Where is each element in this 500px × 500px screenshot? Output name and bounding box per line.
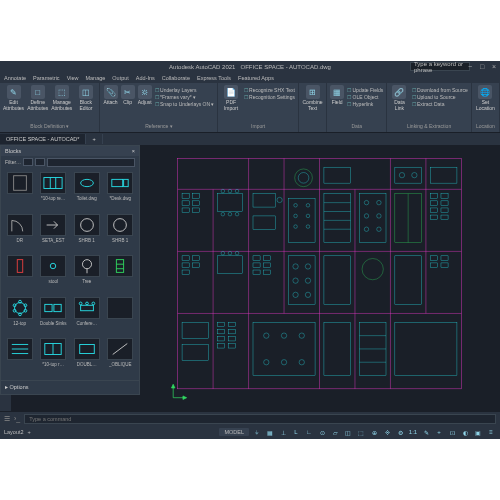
ribbon-option[interactable]: Extract Data: [412, 101, 468, 107]
statusbar-button[interactable]: L: [291, 427, 301, 437]
block-item[interactable]: *10-top r…: [39, 338, 69, 376]
statusbar-button[interactable]: ⊙: [317, 427, 327, 437]
ribbon-button[interactable]: ✂Clip: [121, 85, 135, 106]
layout-tab[interactable]: Layout2: [4, 429, 24, 435]
autocad-window: Autodesk AutoCAD 2021 OFFICE SPACE - AUT…: [0, 61, 500, 439]
history-icon[interactable]: ☰: [4, 415, 10, 423]
statusbar-button[interactable]: ⊥: [278, 427, 288, 437]
menu-item[interactable]: Parametric: [33, 75, 60, 81]
svg-rect-77: [264, 263, 271, 267]
statusbar-button[interactable]: ◫: [343, 427, 353, 437]
ribbon-option[interactable]: *Frames vary* ▾: [155, 94, 215, 100]
menu-item[interactable]: View: [67, 75, 79, 81]
command-input[interactable]: [24, 414, 496, 424]
model-tab[interactable]: MODEL: [219, 428, 249, 436]
ribbon-button[interactable]: 📎Attach: [103, 85, 117, 106]
close-icon[interactable]: ×: [490, 62, 498, 70]
drawing-canvas[interactable]: [150, 145, 489, 411]
ribbon-option[interactable]: Recognize SHX Text: [244, 87, 295, 93]
maximize-icon[interactable]: □: [478, 62, 486, 70]
ribbon-button[interactable]: 📄PDF Import: [221, 85, 240, 111]
block-item[interactable]: Double Sinks: [39, 297, 69, 335]
filter-button[interactable]: [23, 158, 33, 166]
adjust-icon: ⛭: [138, 85, 152, 99]
block-item[interactable]: *10-top re…: [39, 172, 69, 210]
block-item[interactable]: 12-top: [5, 297, 35, 335]
statusbar-button[interactable]: ⏚: [252, 427, 262, 437]
ribbon-button[interactable]: 🌐Set Location: [475, 85, 496, 111]
block-label: _OBLIQUE: [106, 362, 136, 367]
statusbar-button[interactable]: +: [434, 427, 444, 437]
menu-item[interactable]: Output: [112, 75, 129, 81]
block-item[interactable]: [5, 172, 35, 210]
statusbar-button[interactable]: ∟: [304, 427, 314, 437]
ribbon-button[interactable]: ◫Block Editor: [75, 85, 96, 111]
ribbon-option[interactable]: OLE Object: [347, 94, 383, 100]
menu-item[interactable]: Collaborate: [162, 75, 190, 81]
menu-item[interactable]: Annotate: [4, 75, 26, 81]
statusbar-button[interactable]: ◐: [460, 427, 470, 437]
block-item[interactable]: DR: [5, 214, 35, 252]
block-item[interactable]: [106, 297, 136, 335]
ribbon-group: ⊞Combine Text: [299, 83, 327, 132]
block-item[interactable]: Confere…: [72, 297, 102, 335]
statusbar-button[interactable]: ✎: [421, 427, 431, 437]
blocks-panel-header[interactable]: Blocks ×: [1, 146, 139, 156]
block-item[interactable]: [5, 255, 35, 293]
minimize-icon[interactable]: −: [466, 62, 474, 70]
filter-button[interactable]: [35, 158, 45, 166]
statusbar-button[interactable]: ▣: [473, 427, 483, 437]
new-tab-button[interactable]: +: [86, 134, 102, 144]
ribbon-button[interactable]: 🔗Data Link: [390, 85, 408, 111]
svg-rect-48: [182, 201, 189, 205]
svg-rect-121: [324, 256, 351, 305]
menu-item[interactable]: Express Tools: [197, 75, 231, 81]
close-icon[interactable]: ×: [132, 148, 135, 154]
menu-item[interactable]: Featured Apps: [238, 75, 274, 81]
doc-tab[interactable]: OFFICE SPACE - AUTOCAD*: [0, 134, 86, 144]
statusbar-button[interactable]: ⬚: [356, 427, 366, 437]
block-item[interactable]: _OBLIQUE: [106, 338, 136, 376]
ribbon-label: Manage Attributes: [51, 100, 72, 111]
menu-item[interactable]: Add-Ins: [136, 75, 155, 81]
filter-input[interactable]: [47, 158, 135, 167]
block-item[interactable]: Tree: [72, 255, 102, 293]
statusbar-button[interactable]: ≡: [486, 427, 496, 437]
statusbar-button[interactable]: ⊡: [447, 427, 457, 437]
ribbon-option[interactable]: Upload to Source: [412, 94, 468, 100]
block-item[interactable]: [106, 255, 136, 293]
svg-point-102: [412, 172, 417, 177]
block-item[interactable]: SHRB 1: [106, 214, 136, 252]
statusbar-button[interactable]: ⊕: [369, 427, 379, 437]
ribbon-button[interactable]: ⛭Adjust: [138, 85, 152, 106]
block-item[interactable]: SETA_EST: [39, 214, 69, 252]
statusbar-button[interactable]: 1:1: [408, 427, 418, 437]
menu-item[interactable]: Manage: [85, 75, 105, 81]
ribbon-option[interactable]: Hyperlink: [347, 101, 383, 107]
statusbar-button[interactable]: ※: [382, 427, 392, 437]
svg-rect-74: [253, 256, 260, 260]
ribbon-button[interactable]: □Define Attributes: [27, 85, 48, 111]
block-item[interactable]: *Desk.dwg: [106, 172, 136, 210]
block-item[interactable]: DOUBL…: [72, 338, 102, 376]
search-box[interactable]: Type a keyword or phrase: [410, 62, 470, 71]
ribbon-option[interactable]: Recognition Settings: [244, 94, 295, 100]
block-item[interactable]: SHRB 1: [72, 214, 102, 252]
block-item[interactable]: stool: [39, 255, 69, 293]
block-label: Confere…: [72, 321, 102, 326]
ribbon-button[interactable]: ✎Edit Attributes: [3, 85, 24, 111]
svg-point-8: [114, 218, 127, 231]
ribbon-button[interactable]: ⊞Combine Text: [302, 85, 323, 111]
block-item[interactable]: [5, 338, 35, 376]
ribbon-option[interactable]: Update Fields: [347, 87, 383, 93]
statusbar-button[interactable]: ⚙: [395, 427, 405, 437]
ribbon-button[interactable]: ▦Field: [330, 85, 344, 106]
statusbar-button[interactable]: ▱: [330, 427, 340, 437]
ribbon-option[interactable]: Download from Source: [412, 87, 468, 93]
blocks-options[interactable]: ▸ Options: [1, 380, 139, 394]
ribbon-button[interactable]: ⬚Manage Attributes: [51, 85, 72, 111]
ribbon-option[interactable]: Snap to Underlays ON ▾: [155, 101, 215, 107]
ribbon-option[interactable]: Underlay Layers: [155, 87, 215, 93]
statusbar-button[interactable]: ▦: [265, 427, 275, 437]
block-item[interactable]: Toilet.dwg: [72, 172, 102, 210]
